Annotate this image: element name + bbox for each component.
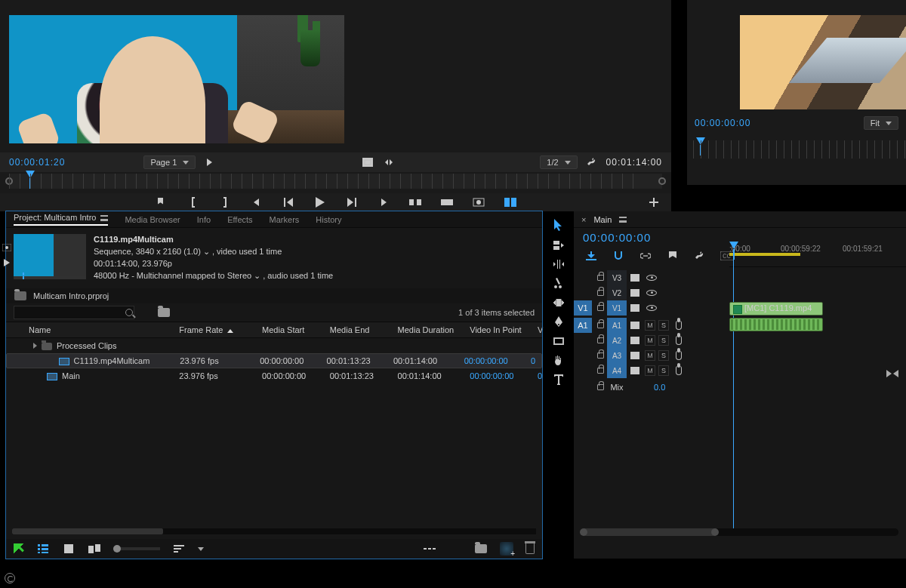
program-zoom-select[interactable]: Fit	[864, 116, 898, 130]
trash-icon[interactable]	[525, 543, 535, 554]
program-time-ruler[interactable]	[693, 140, 906, 159]
tab-markers[interactable]: Markers	[270, 215, 300, 224]
hand-tool-icon[interactable]	[552, 355, 565, 365]
source-patch[interactable]	[574, 363, 592, 378]
table-row[interactable]: Processed Clips	[6, 338, 542, 353]
source-patch[interactable]	[574, 348, 592, 363]
poster-frame-icon[interactable]	[0, 242, 14, 254]
mute-button[interactable]: M	[645, 320, 655, 331]
mark-out-bracket-icon[interactable]	[218, 196, 232, 208]
close-panel-icon[interactable]: ×	[581, 215, 586, 224]
table-row[interactable]: C1119.mp4Multicam23.976 fps00:00:00:0000…	[6, 353, 542, 368]
source-patch[interactable]: A1	[574, 318, 592, 333]
icon-view-icon[interactable]	[62, 543, 76, 555]
list-view-icon[interactable]	[36, 543, 50, 555]
overwrite-icon[interactable]	[440, 196, 454, 208]
source-patch[interactable]: V1	[574, 300, 592, 316]
mix-value[interactable]: 0.0	[654, 383, 665, 392]
snap-icon[interactable]	[612, 250, 625, 262]
sequence-tab[interactable]: Main	[593, 215, 612, 224]
col-video-in[interactable]: Video In Point	[465, 325, 533, 334]
track-target[interactable]: A1	[607, 318, 627, 333]
mark-in-bracket-icon[interactable]	[186, 196, 200, 208]
timeline-ruler[interactable]: :00:00 00:00:59:22 00:01:59:21	[729, 245, 906, 267]
play-forward-icon[interactable]	[203, 156, 217, 168]
razor-tool-icon[interactable]	[552, 278, 565, 288]
timeline-hscroll[interactable]	[581, 528, 898, 536]
track-select-tool-icon[interactable]	[552, 240, 565, 250]
col-media-duration[interactable]: Media Duration	[393, 325, 466, 334]
tab-info[interactable]: Info	[197, 215, 211, 224]
track-header[interactable]: A3MS	[574, 348, 906, 363]
rectangle-tool-icon[interactable]	[552, 336, 565, 346]
source-duration[interactable]: 00:01:14:00	[606, 157, 662, 168]
project-breadcrumb[interactable]: Multicam Intro.prproj	[33, 291, 109, 300]
program-monitor-video[interactable]	[740, 15, 906, 109]
export-frame-icon[interactable]	[472, 196, 485, 208]
track-target[interactable]: V2	[607, 285, 627, 300]
new-item-icon[interactable]	[500, 542, 513, 556]
sync-lock-icon[interactable]	[627, 322, 643, 329]
pencil-icon[interactable]	[14, 543, 24, 554]
lock-icon[interactable]	[593, 368, 607, 374]
track-target[interactable]: A4	[607, 363, 627, 378]
find-icon[interactable]	[448, 543, 462, 555]
panel-menu-icon[interactable]	[619, 217, 627, 223]
tab-effects[interactable]: Effects	[227, 215, 252, 224]
add-marker-icon[interactable]	[666, 250, 680, 262]
go-to-out-icon[interactable]	[377, 196, 390, 208]
freeform-view-icon[interactable]	[88, 543, 101, 555]
lock-icon[interactable]	[593, 305, 607, 311]
track-header[interactable]: V2	[574, 285, 906, 300]
wrench-icon[interactable]	[585, 156, 599, 168]
solo-button[interactable]: S	[658, 335, 669, 346]
sync-lock-icon[interactable]	[627, 337, 643, 344]
sync-lock-icon[interactable]	[627, 367, 643, 374]
tab-project[interactable]: Project: Multicam Intro	[14, 213, 108, 226]
resolution-select[interactable]: 1/2	[540, 155, 577, 169]
thumbnail-zoom-slider[interactable]	[113, 547, 160, 550]
source-timecode-in[interactable]: 00:00:01:20	[9, 157, 65, 168]
search-input[interactable]	[14, 306, 134, 319]
source-time-ruler[interactable]	[9, 174, 662, 189]
safe-margins-icon[interactable]	[361, 156, 374, 168]
slip-tool-icon[interactable]	[552, 297, 565, 307]
voice-over-icon[interactable]	[670, 336, 687, 345]
bin-icon[interactable]	[14, 290, 27, 302]
lock-icon[interactable]	[593, 352, 607, 359]
col-name[interactable]: Name	[24, 325, 174, 334]
lock-icon[interactable]	[593, 322, 607, 328]
pen-tool-icon[interactable]	[552, 316, 565, 327]
col-frame-rate[interactable]: Frame Rate	[174, 325, 257, 334]
lock-icon[interactable]	[593, 275, 607, 281]
audio-clip[interactable]	[729, 318, 823, 331]
solo-button[interactable]: S	[658, 365, 669, 376]
button-editor-icon[interactable]	[647, 196, 661, 208]
mark-in-icon[interactable]	[155, 196, 168, 208]
automate-to-seq-icon[interactable]	[423, 543, 436, 555]
insert-sequence-icon[interactable]	[584, 250, 598, 262]
new-bin-icon[interactable]	[474, 543, 488, 555]
chevron-down-icon[interactable]	[198, 547, 204, 551]
linked-selection-icon[interactable]	[639, 250, 652, 262]
program-timecode[interactable]: 00:00:00:00	[695, 118, 750, 128]
ripple-edit-tool-icon[interactable]	[552, 259, 565, 269]
track-target[interactable]: V1	[607, 300, 627, 316]
track-target[interactable]: V3	[607, 270, 627, 285]
go-to-in-icon[interactable]	[250, 196, 263, 208]
track-height-reset-icon[interactable]	[886, 370, 898, 377]
voice-over-icon[interactable]	[670, 351, 687, 360]
type-tool-icon[interactable]	[552, 374, 565, 385]
col-media-end[interactable]: Media End	[325, 325, 393, 334]
eye-icon[interactable]	[643, 290, 660, 296]
sync-lock-icon[interactable]	[627, 289, 643, 297]
step-fwd-icon[interactable]	[345, 196, 359, 208]
tab-media-browser[interactable]: Media Browser	[125, 215, 180, 224]
timeline-wrench-icon[interactable]	[693, 250, 707, 262]
tab-history[interactable]: History	[316, 215, 341, 224]
source-monitor-video[interactable]	[9, 15, 344, 143]
page-select[interactable]: Page 1	[143, 155, 196, 169]
solo-button[interactable]: S	[658, 320, 669, 331]
voice-over-icon[interactable]	[670, 366, 687, 375]
sync-lock-icon[interactable]	[627, 274, 643, 282]
